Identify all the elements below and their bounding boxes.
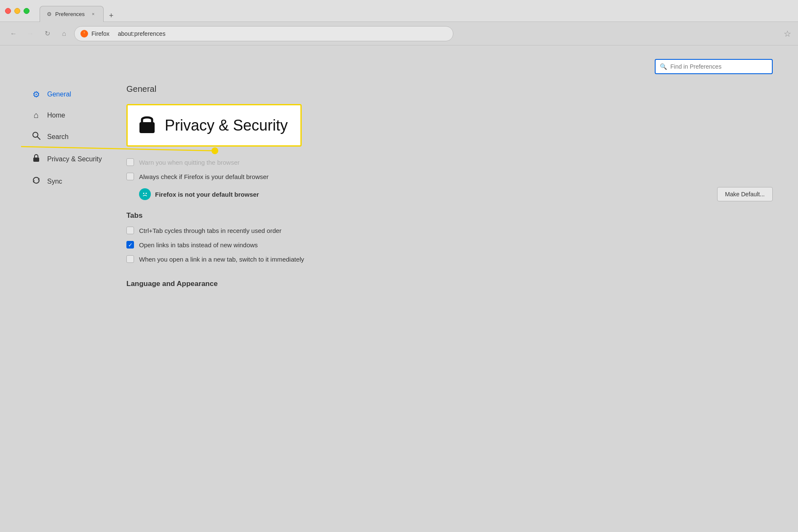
check-default-label: Always check if Firefox is your default … — [139, 173, 269, 180]
back-button[interactable]: ← — [7, 27, 20, 40]
lock-icon — [31, 153, 41, 165]
svg-rect-3 — [33, 158, 39, 162]
openlinks-label: Open links in tabs instead of new window… — [139, 241, 258, 249]
address-bar[interactable]: Firefox about:preferences — [74, 26, 453, 41]
privacy-highlight-wrapper: Privacy & Security — [126, 104, 302, 147]
tab-settings-icon: ⚙ — [47, 11, 52, 17]
new-tab-button[interactable]: + — [105, 10, 117, 22]
address-firefox-label: Firefox — [91, 30, 110, 37]
title-bar: ⚙ Preferences × + — [0, 0, 798, 22]
preferences-tab[interactable]: ⚙ Preferences × — [40, 6, 104, 22]
traffic-lights — [5, 8, 29, 14]
tab-bar: ⚙ Preferences × + — [40, 0, 117, 22]
ctrltab-row: Ctrl+Tab cycles through tabs in recently… — [126, 227, 773, 234]
find-in-preferences-input[interactable] — [670, 63, 768, 70]
search-icon: 🔍 — [660, 63, 667, 70]
svg-point-5 — [212, 147, 218, 154]
minimize-button[interactable] — [14, 8, 20, 14]
prefs-wrapper: 🔍 ⚙ General ⌂ Home — [0, 45, 798, 532]
sidebar-item-search[interactable]: Search — [25, 126, 110, 147]
sync-icon — [31, 176, 41, 187]
main-content: 🔍 ⚙ General ⌂ Home — [0, 45, 798, 532]
section-title: General — [126, 84, 773, 94]
tab-close-button[interactable]: × — [90, 11, 96, 17]
svg-line-2 — [37, 137, 40, 139]
gear-icon: ⚙ — [31, 89, 41, 99]
ctrltab-checkbox[interactable] — [126, 227, 134, 234]
openlinks-checkbox[interactable] — [126, 241, 134, 249]
find-in-preferences-field[interactable]: 🔍 — [655, 59, 773, 74]
tabs-section-title: Tabs — [126, 211, 773, 220]
switchtab-label: When you open a link in a new tab, switc… — [139, 256, 304, 263]
search-nav-icon — [31, 131, 41, 142]
sad-firefox-icon — [139, 188, 151, 200]
home-button[interactable]: ⌂ — [57, 27, 71, 40]
not-default-message: Firefox is not your default browser — [155, 191, 713, 198]
firefox-icon — [80, 30, 88, 37]
tabs-section: Tabs Ctrl+Tab cycles through tabs in rec… — [126, 211, 773, 263]
sidebar: ⚙ General ⌂ Home — [0, 84, 118, 515]
sidebar-item-sync[interactable]: Sync — [25, 171, 110, 192]
make-default-button[interactable]: Make Default... — [717, 187, 773, 201]
privacy-highlight-label: Privacy & Security — [165, 117, 288, 134]
default-browser-row: Firefox is not your default browser Make… — [126, 187, 773, 201]
language-section: Language and Appearance — [126, 280, 773, 288]
prefs-body: ⚙ General ⌂ Home — [0, 84, 798, 532]
address-url: about:preferences — [118, 30, 166, 37]
privacy-highlight-box: Privacy & Security — [126, 104, 302, 147]
language-section-title: Language and Appearance — [126, 280, 773, 288]
close-button[interactable] — [5, 8, 11, 14]
sidebar-sync-label: Sync — [47, 178, 62, 185]
check-default-row: Always check if Firefox is your default … — [126, 173, 773, 180]
warn-quitting-label: Warn you when quitting the browser — [139, 159, 240, 166]
lock-large-icon — [138, 113, 156, 138]
warn-quitting-checkbox[interactable] — [126, 158, 134, 166]
sidebar-privacy-label: Privacy & Security — [47, 155, 102, 163]
toolbar: ← → ↻ ⌂ Firefox about:preferences ☆ — [0, 22, 798, 45]
sidebar-item-privacy[interactable]: Privacy & Security — [25, 148, 110, 170]
forward-button[interactable]: → — [24, 27, 37, 40]
bookmark-button[interactable]: ☆ — [784, 29, 791, 39]
sidebar-item-home[interactable]: ⌂ Home — [25, 105, 110, 125]
maximize-button[interactable] — [24, 8, 29, 14]
ctrltab-label: Ctrl+Tab cycles through tabs in recently… — [139, 227, 281, 234]
warn-quitting-row: Warn you when quitting the browser — [126, 158, 773, 166]
sidebar-item-general[interactable]: ⚙ General — [25, 84, 110, 104]
sidebar-search-label: Search — [47, 133, 69, 141]
svg-point-8 — [143, 193, 145, 194]
openlinks-row: Open links in tabs instead of new window… — [126, 241, 773, 249]
content-area: General Privacy & Security — [118, 84, 798, 515]
check-default-checkbox[interactable] — [126, 173, 134, 180]
reload-button[interactable]: ↻ — [40, 27, 54, 40]
svg-rect-4 — [139, 122, 155, 133]
svg-point-9 — [146, 193, 147, 194]
home-icon: ⌂ — [31, 110, 41, 120]
sidebar-home-label: Home — [47, 112, 65, 119]
svg-point-7 — [141, 190, 149, 198]
switchtab-checkbox[interactable] — [126, 255, 134, 263]
prefs-top: 🔍 — [0, 45, 798, 84]
svg-point-1 — [33, 132, 38, 137]
tab-label: Preferences — [55, 11, 85, 17]
switchtab-row: When you open a link in a new tab, switc… — [126, 255, 773, 263]
sidebar-general-label: General — [47, 91, 71, 98]
